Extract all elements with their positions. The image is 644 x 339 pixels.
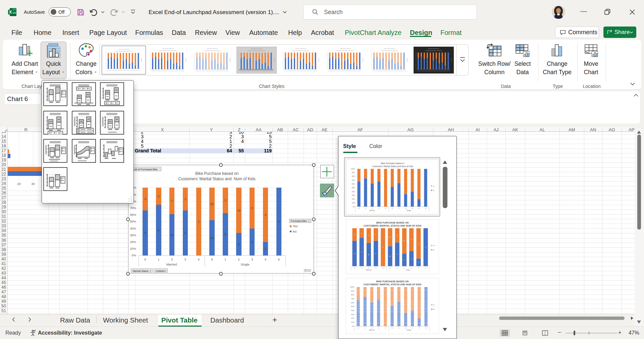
svg-text:CUSTOMERS’ MARITAL STATUS AND: CUSTOMERS’ MARITAL STATUS AND NUM OF KID… [364, 225, 422, 227]
svg-text:4: 4 [418, 267, 419, 269]
svg-text:20: 20 [389, 236, 391, 238]
svg-text:Single: Single [407, 210, 411, 211]
svg-text:0: 0 [354, 267, 355, 269]
svg-text:X: X [9, 10, 12, 14]
svg-text:4: 4 [385, 327, 386, 329]
svg-text:80%: 80% [352, 176, 355, 177]
svg-text:Yes: Yes [433, 304, 436, 306]
svg-text:5: 5 [425, 267, 426, 269]
svg-text:10%: 10% [352, 202, 355, 204]
svg-text:20%: 20% [352, 198, 355, 200]
svg-text:3: 3 [412, 208, 413, 209]
svg-text:10: 10 [404, 240, 405, 242]
svg-text:5: 5 [425, 208, 426, 209]
svg-text:70%: 70% [351, 298, 354, 300]
svg-text:Customers’ Marital Status and: Customers’ Marital Status and Num of Kid… [372, 165, 413, 167]
svg-text:11: 11 [368, 254, 370, 255]
svg-text:1: 1 [398, 208, 399, 209]
svg-text:30%: 30% [352, 195, 355, 196]
svg-text:80%: 80% [351, 294, 354, 296]
svg-text:4: 4 [383, 267, 384, 269]
svg-text:No: No [433, 308, 435, 310]
svg-text:0: 0 [358, 327, 359, 329]
svg-text:40%: 40% [352, 191, 355, 192]
svg-text:1: 1 [365, 327, 366, 329]
svg-text:50%: 50% [352, 187, 355, 189]
svg-text:2: 2 [404, 267, 405, 269]
svg-text:Yes: Yes [432, 185, 435, 187]
svg-text:Yes: Yes [433, 245, 436, 246]
svg-text:2: 2 [371, 327, 372, 329]
svg-text:4: 4 [385, 208, 386, 209]
svg-text:1: 1 [365, 208, 366, 209]
svg-text:4: 4 [419, 327, 420, 329]
svg-text:Single: Single [406, 269, 410, 271]
svg-text:100%: 100% [351, 168, 355, 170]
svg-text:20%: 20% [351, 318, 354, 319]
svg-text:2: 2 [368, 267, 369, 269]
svg-text:BIKE PURCHASE BASED ON: BIKE PURCHASE BASED ON [376, 280, 409, 283]
svg-text:50%: 50% [351, 306, 354, 307]
svg-text:2: 2 [372, 208, 373, 209]
svg-text:0: 0 [392, 327, 393, 329]
svg-text:90%: 90% [351, 290, 354, 292]
svg-text:3: 3 [378, 208, 379, 209]
svg-text:40%: 40% [351, 310, 354, 311]
svg-text:0: 0 [392, 208, 393, 209]
svg-text:3: 3 [412, 327, 413, 329]
svg-text:3: 3 [375, 267, 376, 269]
svg-text:2: 2 [405, 208, 406, 209]
svg-text:0: 0 [390, 267, 391, 269]
svg-text:CUSTOMERS’ MARITAL STATUS AND: CUSTOMERS’ MARITAL STATUS AND NUM OF KID… [364, 283, 422, 286]
svg-text:2: 2 [405, 327, 406, 329]
svg-text:60%: 60% [352, 183, 355, 185]
svg-text:4: 4 [418, 208, 419, 209]
svg-text:No: No [432, 189, 434, 191]
svg-text:3: 3 [378, 327, 379, 329]
svg-text:Married: Married [366, 269, 372, 271]
svg-text:1: 1 [398, 327, 399, 329]
svg-text:BIKE PURCHASE BASED ON: BIKE PURCHASE BASED ON [376, 222, 409, 224]
svg-text:0: 0 [358, 208, 359, 209]
svg-text:90%: 90% [352, 172, 355, 174]
svg-text:100%: 100% [350, 286, 354, 288]
svg-text:Single: Single [407, 329, 412, 331]
svg-text:Married: Married [369, 210, 375, 211]
svg-text:30%: 30% [351, 314, 354, 316]
svg-text:5: 5 [426, 327, 427, 329]
svg-text:No: No [433, 249, 435, 251]
svg-text:Married: Married [369, 329, 375, 331]
svg-text:0%: 0% [353, 206, 355, 207]
svg-text:10%: 10% [351, 322, 354, 323]
svg-text:60%: 60% [351, 302, 354, 304]
svg-text:70%: 70% [352, 180, 355, 181]
svg-text:0%: 0% [352, 326, 354, 327]
svg-text:1: 1 [361, 267, 362, 269]
svg-text:22: 22 [389, 255, 391, 257]
svg-text:Bike Purchase based on: Bike Purchase based on [381, 162, 404, 164]
